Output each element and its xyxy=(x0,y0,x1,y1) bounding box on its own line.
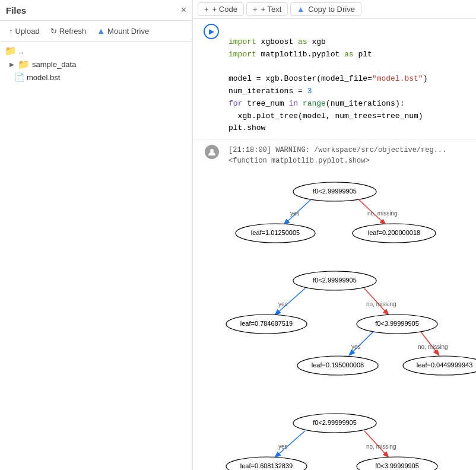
tree2-yes2: yes xyxy=(351,344,361,350)
tree-svg-3: f0<2.99999905 yes no, missing leaf=0.608… xyxy=(207,408,462,470)
tree2-rr-leaf: leaf=0.0449999943 xyxy=(416,361,472,369)
tree-diagram-2: f0<2.99999905 yes no, missing leaf=0.784… xyxy=(193,260,476,402)
drive-icon: ▲ xyxy=(97,26,105,36)
file-item-parent[interactable]: 📁 .. xyxy=(0,44,192,58)
add-text-button[interactable]: + + Text xyxy=(246,2,288,16)
upload-button[interactable]: ↑ Upload xyxy=(5,25,44,37)
tree2-yes: yes xyxy=(278,301,288,307)
code-block: import xgboost as xgb import matplotlib.… xyxy=(229,24,471,135)
tree2-rl-leaf: leaf=0.195000008 xyxy=(311,361,363,369)
notebook-content: ▶ import xgboost as xgb import matplotli… xyxy=(193,19,476,470)
file-item-sample-data[interactable]: ▶ 📁 sample_data xyxy=(0,58,192,71)
avatar xyxy=(205,145,219,159)
tree-svg-2: f0<2.99999905 yes no, missing leaf=0.784… xyxy=(207,266,462,396)
output-block: [21:18:00] WARNING: /workspace/src/objec… xyxy=(193,140,476,171)
file-tree: 📁 .. ▶ 📁 sample_data 📄 model.bst xyxy=(0,42,192,470)
tree1-left-leaf: leaf=1.01250005 xyxy=(250,229,299,236)
tree-diagram-1: f0<2.99999905 yes no, missing leaf=1.012… xyxy=(193,171,476,260)
top-toolbar: + + Code + + Text ▲ Copy to Drive xyxy=(193,0,476,19)
main-panel: + + Code + + Text ▲ Copy to Drive ▶ impo… xyxy=(193,0,476,470)
warning-text: [21:18:00] WARNING: /workspace/src/objec… xyxy=(229,145,471,155)
run-button[interactable]: ▶ xyxy=(204,24,219,39)
sidebar-toolbar: ↑ Upload ↻ Refresh ▲ Mount Drive xyxy=(0,21,192,42)
code-content: import xgboost as xgb import matplotlib.… xyxy=(224,21,476,137)
tree2-left: leaf=0.784687519 xyxy=(240,320,292,327)
sidebar: Files × ↑ Upload ↻ Refresh ▲ Mount Drive… xyxy=(0,0,193,470)
folder-icon: 📁 xyxy=(18,59,30,70)
tree1-root: f0<2.99999905 xyxy=(313,188,357,195)
tree2-no: no, missing xyxy=(366,301,396,307)
tree3-left: leaf=0.608132839 xyxy=(240,462,292,469)
function-text: <function matplotlib.pyplot.show> xyxy=(229,155,471,166)
cell-gutter: ▶ xyxy=(193,21,224,137)
tree3-right: f0<3.99999905 xyxy=(375,462,419,469)
tree-diagram-3: f0<2.99999905 yes no, missing leaf=0.608… xyxy=(193,402,476,470)
tree2-root: f0<2.99999905 xyxy=(313,277,357,284)
drive-copy-icon: ▲ xyxy=(297,5,304,14)
sidebar-header: Files × xyxy=(0,0,192,21)
tree3-no: no, missing xyxy=(366,443,396,450)
refresh-button[interactable]: ↻ Refresh xyxy=(46,25,91,37)
tree1-yes-label: yes xyxy=(290,210,300,217)
tree2-right: f0<3.99999905 xyxy=(375,320,419,327)
upload-icon: ↑ xyxy=(9,27,13,36)
tree3-root: f0<2.99999905 xyxy=(313,419,357,426)
refresh-icon: ↻ xyxy=(50,27,57,36)
tree-svg-1: f0<2.99999905 yes no, missing leaf=1.012… xyxy=(207,177,462,254)
tree1-no-label: no, missing xyxy=(367,210,398,217)
output-avatar xyxy=(193,142,224,169)
folder-up-icon: 📁 xyxy=(5,45,17,56)
play-icon: ▶ xyxy=(209,27,214,36)
copy-to-drive-button[interactable]: ▲ Copy to Drive xyxy=(290,2,361,16)
file-icon: 📄 xyxy=(14,72,24,82)
add-code-button[interactable]: + + Code xyxy=(198,2,244,16)
sidebar-title: Files xyxy=(6,5,26,15)
mount-drive-button[interactable]: ▲ Mount Drive xyxy=(93,24,153,37)
tree3-yes: yes xyxy=(278,443,288,450)
file-item-model-bst[interactable]: 📄 model.bst xyxy=(0,71,192,83)
close-icon[interactable]: × xyxy=(181,5,186,15)
plus-text-icon: + xyxy=(253,5,258,14)
code-cell: ▶ import xgboost as xgb import matplotli… xyxy=(193,19,476,140)
output-content: [21:18:00] WARNING: /workspace/src/objec… xyxy=(224,142,476,169)
chevron-right-icon: ▶ xyxy=(9,61,14,68)
plus-code-icon: + xyxy=(204,5,209,14)
tree1-right-leaf: leaf=0.200000018 xyxy=(367,229,420,236)
tree2-no2: no, missing xyxy=(418,344,448,350)
